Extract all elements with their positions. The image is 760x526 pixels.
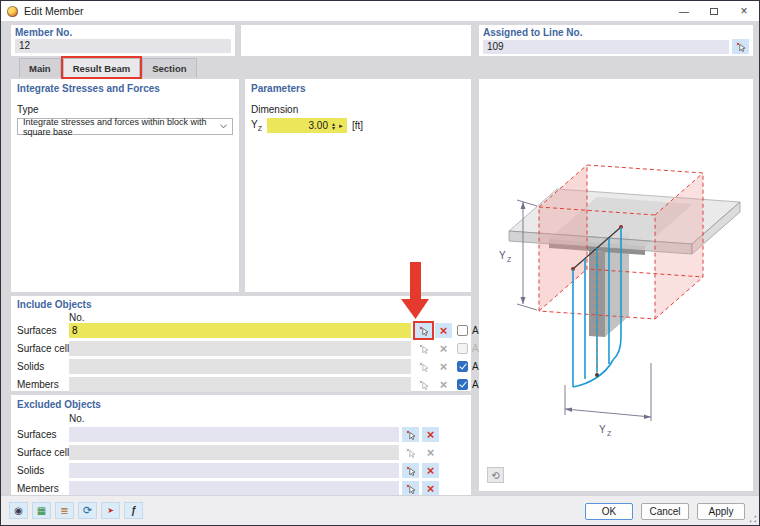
select-pointer-icon bbox=[419, 380, 429, 390]
surface-cells-exclude-select-button bbox=[402, 445, 419, 460]
exclude-row-solids: Solids × bbox=[11, 463, 471, 478]
assigned-line-select-button[interactable] bbox=[732, 39, 749, 54]
calculator-icon[interactable]: ▦ bbox=[32, 502, 51, 519]
ok-button[interactable]: OK bbox=[585, 503, 633, 520]
surface-cells-all-checkbox bbox=[457, 343, 468, 354]
select-pointer-icon bbox=[419, 344, 429, 354]
dim-label-vertical: Y bbox=[499, 250, 506, 261]
resize-grip[interactable] bbox=[749, 515, 757, 523]
integration-type-value: Integrate stresses and forces within blo… bbox=[23, 117, 220, 137]
select-pointer-icon bbox=[736, 42, 746, 52]
integrate-title: Integrate Stresses and Forces bbox=[11, 79, 239, 94]
yz-dimension-input[interactable]: 3.00 ▴▾ ► bbox=[267, 118, 347, 133]
select-pointer-icon bbox=[406, 466, 416, 476]
solids-select-button bbox=[415, 359, 432, 374]
navigator-icon[interactable]: ⟳ bbox=[78, 502, 97, 519]
comment-icon[interactable]: ◉ bbox=[9, 502, 28, 519]
select-pointer-icon bbox=[419, 326, 429, 336]
solids-include-field bbox=[69, 359, 411, 374]
type-label: Type bbox=[11, 94, 239, 118]
unit-label: [ft] bbox=[352, 120, 363, 131]
parameters-group: Parameters Dimension YZ 3.00 ▴▾ ► [ft] bbox=[245, 79, 471, 292]
exclude-row-surfaces: Surfaces × bbox=[11, 427, 471, 442]
result-beam-illustration: Y Z Y Z bbox=[479, 79, 753, 491]
annotation-arrow bbox=[400, 262, 430, 320]
yz-symbol: YZ bbox=[251, 119, 262, 132]
members-exclude-field[interactable] bbox=[69, 481, 399, 496]
dialog-toolbar: ◉ ▦ ≣ ⟳ ➤ ƒ bbox=[9, 502, 143, 519]
dim-label-vertical-sub: Z bbox=[507, 256, 512, 263]
unit-menu-icon[interactable]: ► bbox=[338, 123, 344, 129]
integration-type-dropdown[interactable]: Integrate stresses and forces within blo… bbox=[17, 118, 233, 135]
assigned-line-panel: Assigned to Line No. 109 bbox=[479, 25, 753, 56]
member-no-label: Member No. bbox=[15, 27, 231, 38]
cancel-button[interactable]: Cancel bbox=[641, 503, 689, 520]
select-pointer-icon bbox=[406, 430, 416, 440]
surfaces-select-button[interactable] bbox=[415, 323, 432, 338]
solids-exclude-clear-button[interactable]: × bbox=[422, 463, 439, 478]
assigned-line-label: Assigned to Line No. bbox=[483, 27, 749, 38]
select-pointer-icon bbox=[419, 362, 429, 372]
dim-label-horizontal: Y bbox=[599, 424, 606, 435]
row-label: Surface cells bbox=[17, 343, 74, 354]
include-row-surface-cells: Surface cells × All bbox=[11, 341, 471, 356]
surfaces-clear-button[interactable]: × bbox=[435, 323, 452, 338]
surface-cells-select-button bbox=[415, 341, 432, 356]
select-pointer-icon bbox=[406, 484, 416, 494]
members-all-checkbox[interactable] bbox=[457, 379, 468, 390]
deselect-icon[interactable]: ➤ bbox=[101, 502, 120, 519]
surfaces-exclude-clear-button[interactable]: × bbox=[422, 427, 439, 442]
select-pointer-icon bbox=[406, 448, 416, 458]
tab-main[interactable]: Main bbox=[19, 58, 61, 77]
tab-result-beam[interactable]: Result Beam bbox=[63, 58, 141, 77]
row-label: Surfaces bbox=[17, 325, 56, 336]
chevron-down-icon bbox=[220, 123, 227, 130]
solids-all-checkbox[interactable] bbox=[457, 361, 468, 372]
excluded-objects-panel: Excluded Objects No. Surfaces × Surface … bbox=[11, 395, 471, 495]
new-object-icon[interactable]: ≣ bbox=[55, 502, 74, 519]
yz-dimension-value: 3.00 bbox=[270, 120, 332, 131]
script-icon[interactable]: ƒ bbox=[124, 502, 143, 519]
edit-member-dialog: Edit Member — × Member No. 12 Assigned t… bbox=[0, 0, 760, 526]
tab-section[interactable]: Section bbox=[142, 58, 196, 77]
exclude-title: Excluded Objects bbox=[11, 395, 471, 410]
app-icon bbox=[7, 6, 18, 17]
surface-cells-exclude-clear-button: × bbox=[422, 445, 439, 460]
surfaces-include-input[interactable] bbox=[69, 323, 411, 338]
surface-cells-clear-button: × bbox=[435, 341, 452, 356]
row-label: Surfaces bbox=[17, 429, 56, 440]
spinner-icon[interactable]: ▴▾ bbox=[332, 122, 335, 130]
maximize-button[interactable] bbox=[699, 1, 729, 21]
solids-exclude-select-button[interactable] bbox=[402, 463, 419, 478]
row-label: Surface cells bbox=[17, 447, 74, 458]
member-no-panel: Member No. 12 bbox=[11, 25, 235, 56]
row-label: Members bbox=[17, 379, 59, 390]
row-label: Solids bbox=[17, 361, 44, 372]
surfaces-include-field bbox=[69, 323, 411, 338]
solids-clear-button: × bbox=[435, 359, 452, 374]
surfaces-exclude-select-button[interactable] bbox=[402, 427, 419, 442]
title-bar: Edit Member — × bbox=[1, 1, 759, 21]
member-name-panel bbox=[241, 25, 471, 56]
member-no-field[interactable]: 12 bbox=[15, 39, 231, 53]
include-row-solids: Solids × All bbox=[11, 359, 471, 374]
assigned-line-field[interactable]: 109 bbox=[483, 40, 729, 54]
close-button[interactable]: × bbox=[729, 1, 759, 21]
exclude-row-surface-cells: Surface cells × bbox=[11, 445, 471, 460]
minimize-button[interactable]: — bbox=[669, 1, 699, 21]
members-exclude-clear-button[interactable]: × bbox=[422, 481, 439, 496]
parameters-title: Parameters bbox=[245, 79, 471, 94]
apply-button[interactable]: Apply bbox=[697, 503, 745, 520]
row-label: Solids bbox=[17, 465, 44, 476]
members-exclude-select-button[interactable] bbox=[402, 481, 419, 496]
include-row-surfaces: Surfaces × All bbox=[11, 323, 471, 338]
result-beam-viewer[interactable]: Y Z Y Z ⟲ bbox=[479, 79, 753, 491]
surfaces-exclude-field[interactable] bbox=[69, 427, 399, 442]
footer-bar: ◉ ▦ ≣ ⟳ ➤ ƒ OK Cancel Apply bbox=[1, 495, 759, 525]
dialog-title: Edit Member bbox=[24, 5, 84, 17]
members-clear-button: × bbox=[435, 377, 452, 392]
solids-exclude-field[interactable] bbox=[69, 463, 399, 478]
view-options-button[interactable]: ⟲ bbox=[487, 467, 504, 483]
surfaces-all-checkbox[interactable] bbox=[457, 325, 468, 336]
exclude-row-members: Members × bbox=[11, 481, 471, 496]
